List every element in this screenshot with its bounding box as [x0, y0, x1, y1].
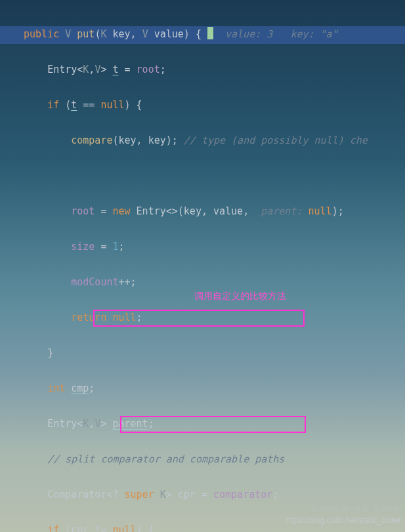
code-line: }: [24, 344, 405, 362]
code-line: [24, 167, 405, 185]
code-line: int cmp;: [24, 380, 405, 398]
code-line: compare(key, key); // type (and possibly…: [24, 132, 405, 150]
highlight-box-compare: [93, 310, 305, 327]
code-editor: public V put(K key, V value) { value: 3 …: [0, 0, 405, 532]
code-line: root = new Entry<>(key, value, parent: n…: [24, 203, 405, 220]
code-line: size = 1;: [24, 238, 405, 256]
highlight-box-setvalue: [120, 416, 306, 433]
watermark-url: https://blog.csdn.net/static_coder: [286, 512, 401, 529]
code-line: // split comparator and comparable paths: [24, 451, 405, 468]
code-line: public V put(K key, V value) { value: 3 …: [24, 26, 405, 43]
annotation-text: 调用自定义的比较方法: [194, 287, 286, 305]
code-line: Entry<K,V> t = root;: [24, 61, 405, 79]
code-line: if (t == null) {: [24, 96, 405, 114]
text-cursor: [207, 27, 213, 39]
